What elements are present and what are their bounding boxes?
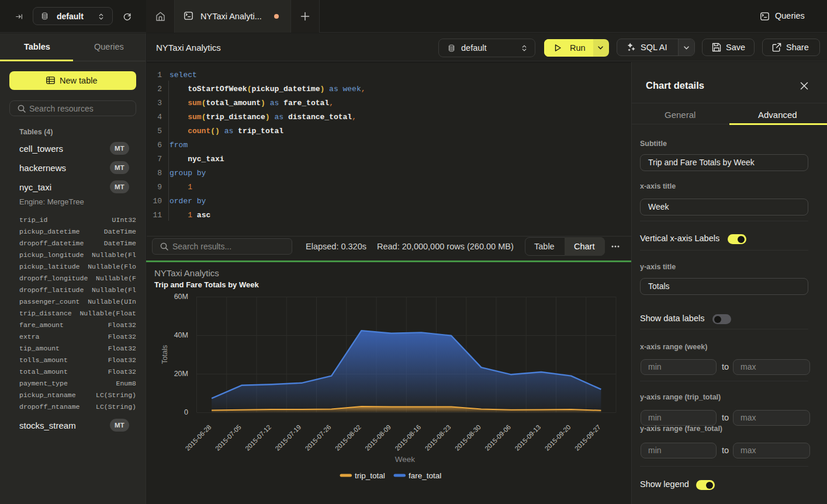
svg-text:0: 0 [184, 408, 188, 416]
svg-text:2015-06-28: 2015-06-28 [184, 423, 213, 452]
svg-text:60M: 60M [174, 293, 188, 301]
svg-text:2015-09-13: 2015-09-13 [513, 423, 542, 452]
svg-text:2015-07-26: 2015-07-26 [304, 423, 333, 452]
svg-text:2015-09-20: 2015-09-20 [544, 423, 572, 452]
svg-text:20M: 20M [174, 370, 188, 378]
svg-text:2015-09-06: 2015-09-06 [483, 423, 512, 452]
svg-text:2015-08-16: 2015-08-16 [393, 423, 422, 452]
svg-text:40M: 40M [174, 331, 188, 339]
svg-text:NYTaxi Analytics: NYTaxi Analytics [154, 268, 219, 278]
svg-text:2015-07-12: 2015-07-12 [244, 423, 272, 452]
svg-text:2015-08-23: 2015-08-23 [424, 423, 452, 452]
svg-text:Week: Week [395, 455, 416, 464]
svg-text:Trip and Fare Totals by Week: Trip and Fare Totals by Week [154, 280, 259, 289]
svg-text:2015-08-09: 2015-08-09 [364, 423, 392, 452]
svg-text:trip_total: trip_total [355, 471, 385, 480]
svg-text:fare_total: fare_total [409, 471, 441, 480]
svg-text:2015-07-05: 2015-07-05 [214, 423, 243, 452]
svg-text:2015-08-02: 2015-08-02 [334, 423, 362, 452]
svg-text:2015-08-30: 2015-08-30 [454, 423, 482, 452]
svg-text:Totals: Totals [161, 345, 169, 364]
svg-text:2015-07-19: 2015-07-19 [274, 423, 302, 452]
svg-text:2015-09-27: 2015-09-27 [573, 423, 602, 452]
